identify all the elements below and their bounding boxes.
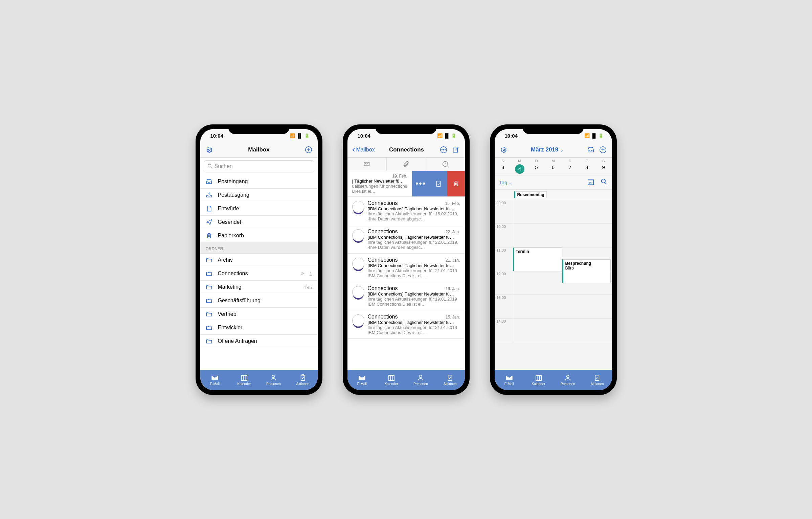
allday-event[interactable]: Rosenmontag xyxy=(514,191,547,198)
day-column[interactable]: M4 xyxy=(511,159,528,174)
outbox-icon xyxy=(206,192,213,198)
hour-label: 09:00 xyxy=(495,200,512,223)
custom-folders: Archiv Connections ⟳ 1 Marketing 195 Ges… xyxy=(200,254,318,348)
email-date: 15. Feb. xyxy=(445,201,460,206)
tab-email[interactable]: E-Mail xyxy=(200,370,230,390)
folder-archiv[interactable]: Archiv xyxy=(200,254,318,267)
email-item[interactable]: Connections21. Jan. [IBM Connections] Tä… xyxy=(347,254,465,282)
day-column[interactable]: F8 xyxy=(578,159,595,174)
tabbar: E-Mail Kalender Personen Aktionen xyxy=(347,370,465,390)
folder-drafts[interactable]: Entwürfe xyxy=(200,202,318,216)
swipe-mark-button[interactable] xyxy=(430,171,447,196)
tabbar: E-Mail Kalender Personen Aktionen xyxy=(200,370,318,390)
tab-actions[interactable]: Aktionen xyxy=(583,370,612,390)
hour-label: 14:00 xyxy=(495,319,512,342)
wifi-icon: ▐▌ xyxy=(296,133,302,138)
settings-button[interactable] xyxy=(204,145,215,155)
tab-email[interactable]: E-Mail xyxy=(495,370,524,390)
search-input[interactable]: Suchen xyxy=(204,160,314,172)
email-sender: Connections xyxy=(368,285,398,291)
tab-actions[interactable]: Aktionen xyxy=(288,370,318,390)
clipboard-check-icon xyxy=(446,374,454,381)
tab-calendar[interactable]: Kalender xyxy=(229,370,259,390)
add-button[interactable] xyxy=(303,145,314,155)
ellipsis-icon: ••• xyxy=(415,179,426,188)
event-termin[interactable]: Termin xyxy=(513,247,562,271)
event-title: Termin xyxy=(516,249,529,254)
back-button[interactable]: Mailbox xyxy=(352,146,375,153)
folder-outbox[interactable]: Postausgang xyxy=(200,189,318,202)
avatar xyxy=(352,286,364,298)
folder-geschaeftsfuehrung[interactable]: Geschäftsführung xyxy=(200,294,318,308)
gear-icon xyxy=(206,146,213,153)
tab-calendar[interactable]: Kalender xyxy=(377,370,406,390)
month-picker[interactable]: März 2019 ⌄ xyxy=(511,146,584,153)
folder-inbox[interactable]: Posteingang xyxy=(200,175,318,189)
tab-calendar[interactable]: Kalender xyxy=(524,370,553,390)
clock: 10:04 xyxy=(210,133,223,139)
email-item[interactable]: Connections22. Jan. [IBM Connections] Tä… xyxy=(347,225,465,254)
email-item[interactable]: Connections15. Jan. [IBM Connections] Tä… xyxy=(347,310,465,339)
navbar: Mailbox Connections xyxy=(347,143,465,158)
folder-connections[interactable]: Connections ⟳ 1 xyxy=(200,267,318,281)
hour-row: 10:00 xyxy=(495,224,612,247)
settings-button[interactable] xyxy=(499,145,509,155)
svg-point-4 xyxy=(272,375,275,378)
email-subject: [IBM Connections] Täglicher Newsletter f… xyxy=(368,206,460,211)
mail-icon xyxy=(358,374,366,381)
email-sender: Connections xyxy=(368,229,398,235)
filter-flagged[interactable] xyxy=(426,158,465,171)
email-item[interactable]: Connections15. Feb. [IBM Connections] Tä… xyxy=(347,197,465,225)
calendar-icon xyxy=(388,374,395,381)
inbox-button[interactable] xyxy=(586,145,596,155)
svg-point-10 xyxy=(445,149,445,150)
filter-bar xyxy=(347,158,465,171)
view-picker[interactable]: Tag ⌄ xyxy=(499,180,512,185)
email-preview: Ihre täglichen Aktualisierungen für 21.0… xyxy=(368,325,460,335)
swipe-delete-button[interactable] xyxy=(447,171,465,196)
avatar xyxy=(352,314,364,327)
main-folders: Posteingang Postausgang Entwürfe Gesende… xyxy=(200,175,318,243)
email-preview: Ihre täglichen Aktualisierungen für 22.0… xyxy=(368,240,460,250)
add-event-button[interactable] xyxy=(598,145,608,155)
day-of-week: D xyxy=(528,159,545,163)
search-button[interactable] xyxy=(601,178,607,187)
day-column[interactable]: S9 xyxy=(595,159,612,174)
hours-grid[interactable]: 09:0010:0011:0012:0013:0014:00TerminBesp… xyxy=(495,200,612,370)
day-column[interactable]: D5 xyxy=(528,159,545,174)
chevron-down-icon: ⌄ xyxy=(560,148,563,152)
folder-offene-anfragen[interactable]: Offene Anfragen xyxy=(200,335,318,348)
folder-marketing[interactable]: Marketing 195 xyxy=(200,281,318,294)
allday-row: Rosenmontag xyxy=(495,190,612,200)
filter-attachments[interactable] xyxy=(387,158,426,171)
tab-people[interactable]: Personen xyxy=(259,370,288,390)
day-column[interactable]: M6 xyxy=(545,159,562,174)
notch xyxy=(376,124,436,134)
day-column[interactable]: S3 xyxy=(495,159,512,174)
email-swiped[interactable]: 19. Feb. | Täglicher Newsletter fü… uali… xyxy=(347,171,465,197)
folder-sent[interactable]: Gesendet xyxy=(200,216,318,229)
day-column[interactable]: D7 xyxy=(562,159,579,174)
tab-people[interactable]: Personen xyxy=(406,370,435,390)
more-button[interactable] xyxy=(438,145,449,155)
email-subject: [IBM Connections] Täglicher Newsletter f… xyxy=(368,263,460,268)
folder-entwickler[interactable]: Entwickler xyxy=(200,321,318,335)
event-title: Besprechung xyxy=(565,261,591,266)
event-besprechung[interactable]: BesprechungBüro xyxy=(562,259,611,283)
filter-unread[interactable] xyxy=(347,158,387,171)
email-subject: [IBM Connections] Täglicher Newsletter f… xyxy=(368,235,460,240)
tab-email[interactable]: E-Mail xyxy=(347,370,377,390)
plus-circle-icon xyxy=(305,146,312,154)
swipe-more-button[interactable]: ••• xyxy=(412,171,430,196)
compose-button[interactable] xyxy=(451,145,461,155)
folder-trash[interactable]: Papierkorb xyxy=(200,229,318,243)
today-button[interactable]: 26 xyxy=(587,178,594,187)
svg-rect-15 xyxy=(388,376,394,381)
folder-vertrieb[interactable]: Vertrieb xyxy=(200,308,318,321)
battery-icon: 🔋 xyxy=(304,133,310,138)
tab-people[interactable]: Personen xyxy=(553,370,583,390)
tab-actions[interactable]: Aktionen xyxy=(435,370,465,390)
email-item[interactable]: Connections19. Jan. [IBM Connections] Tä… xyxy=(347,282,465,310)
day-of-week: S xyxy=(495,159,512,163)
day-of-month: 6 xyxy=(545,164,562,170)
